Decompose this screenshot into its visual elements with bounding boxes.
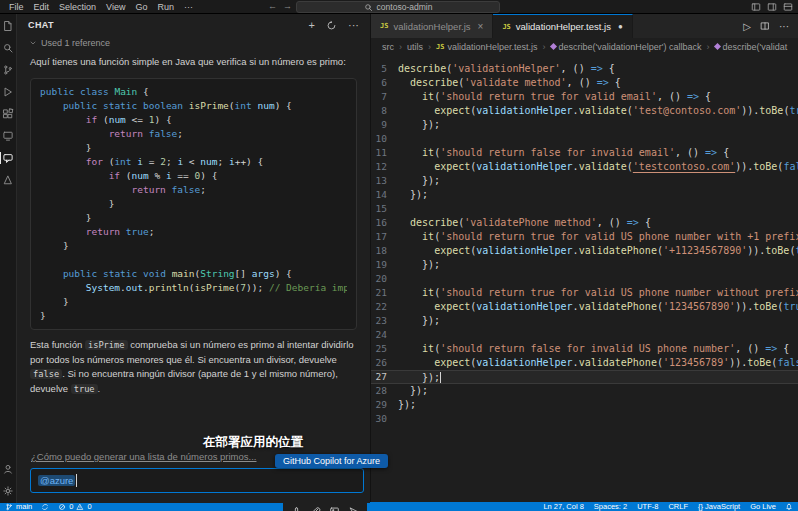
menu-[interactable]: ···	[179, 2, 198, 12]
new-chat-icon[interactable]: +	[309, 19, 315, 31]
editor-code[interactable]: 5describe('validationHelper', () => {6 d…	[371, 55, 798, 426]
search-sidebar-icon[interactable]	[2, 42, 14, 54]
status-item[interactable]: Go Live	[750, 502, 776, 511]
mic-icon[interactable]	[291, 506, 302, 511]
split-editor-icon[interactable]	[760, 21, 770, 31]
breadcrumb-item[interactable]: JSvalidationHelper.test.js	[436, 42, 538, 52]
code-line[interactable]: 19 });	[371, 258, 798, 272]
menu-selection[interactable]: Selection	[54, 2, 101, 12]
code-line[interactable]: 15	[371, 202, 798, 216]
code-line[interactable]: return true;	[40, 225, 347, 239]
code-line[interactable]: 8 expect(validationHelper.validate('test…	[371, 104, 798, 118]
problems-status[interactable]: 0 0	[58, 502, 91, 511]
code-line[interactable]: 26 expect(validationHelper.validatePhone…	[371, 356, 798, 370]
sync-status[interactable]	[41, 503, 49, 511]
code-line[interactable]: 22 expect(validationHelper.validatePhone…	[371, 300, 798, 314]
code-line[interactable]: 13 });	[371, 174, 798, 188]
code-line[interactable]: 28 });	[371, 384, 798, 398]
code-line[interactable]: }	[40, 295, 347, 309]
send-icon[interactable]	[348, 506, 359, 511]
chat-view-icon[interactable]	[2, 152, 14, 164]
branch-status[interactable]: main	[5, 502, 32, 511]
breadcrumb-item[interactable]: describe('validat	[715, 42, 788, 52]
code-line[interactable]: System.out.println(isPrime(7)); // Deber…	[40, 281, 347, 295]
run-tests-icon[interactable]: ▷	[743, 21, 751, 32]
notifications-bell-icon[interactable]	[785, 503, 793, 511]
tab-validationHelper-js[interactable]: JS validationHelper.js ×	[371, 14, 493, 38]
status-item[interactable]: Ln 27, Col 8	[543, 502, 583, 511]
code-line[interactable]: }	[40, 197, 347, 211]
toggle-secondary-sidebar-icon[interactable]	[767, 2, 777, 12]
code-line[interactable]: if (num % i == 0) {	[40, 169, 347, 183]
code-line[interactable]: 7 it('should return true for valid email…	[371, 90, 798, 104]
settings-gear-icon[interactable]	[2, 485, 14, 497]
editor-more-icon[interactable]: ···	[779, 21, 789, 32]
nav-forward-icon[interactable]: →	[283, 1, 292, 11]
code-line[interactable]: return false;	[40, 183, 347, 197]
code-line[interactable]: 16 describe('validatePhone method', () =…	[371, 216, 798, 230]
code-line[interactable]: return false;	[40, 127, 347, 141]
code-line[interactable]: 9 });	[371, 118, 798, 132]
code-line[interactable]: 12 expect(validationHelper.validate('tes…	[371, 160, 798, 174]
code-line[interactable]: 6 describe('validate method', () => {	[371, 76, 798, 90]
chat-references[interactable]: Used 1 reference	[17, 36, 370, 50]
code-line[interactable]: 20	[371, 272, 798, 286]
breadcrumb-item[interactable]: utils	[407, 42, 423, 52]
code-line[interactable]: 17 it('should return true for valid US p…	[371, 230, 798, 244]
menu-view[interactable]: View	[101, 2, 130, 12]
code-line[interactable]: 11 it('should return false for invalid e…	[371, 146, 798, 160]
code-line[interactable]: public class Main {	[40, 85, 347, 99]
attach-context-icon[interactable]	[310, 506, 321, 511]
chat-history-icon[interactable]	[326, 20, 337, 31]
menu-edit[interactable]: Edit	[29, 2, 55, 12]
tab-validationHelper-test-js[interactable]: JS validationHelper.test.js ●	[493, 14, 632, 38]
code-line[interactable]: }	[40, 141, 347, 155]
status-item[interactable]: CRLF	[668, 502, 688, 511]
explorer-icon[interactable]	[2, 20, 14, 32]
code-line[interactable]: 30	[371, 412, 798, 426]
code-line[interactable]: 14 });	[371, 188, 798, 202]
breadcrumb-item[interactable]: src	[382, 42, 394, 52]
toggle-panel-icon[interactable]	[751, 2, 761, 12]
close-icon[interactable]: ×	[478, 21, 484, 32]
code-line[interactable]: for (int i = 2; i < num; i++) {	[40, 155, 347, 169]
run-debug-icon[interactable]	[2, 86, 14, 98]
chat-input[interactable]: @azure	[30, 468, 364, 493]
code-line[interactable]: 18 expect(validationHelper.validatePhone…	[371, 244, 798, 258]
code-line[interactable]: }	[40, 309, 347, 323]
menu-go[interactable]: Go	[130, 2, 152, 12]
breadcrumb-item[interactable]: describe('validationHelper') callback	[551, 42, 702, 52]
code-line[interactable]: }	[40, 211, 347, 225]
code-line[interactable]	[40, 253, 347, 267]
code-line[interactable]: if (num <= 1) {	[40, 113, 347, 127]
extensions-icon[interactable]	[2, 108, 14, 120]
code-line[interactable]: 23 });	[371, 314, 798, 328]
menu-run[interactable]: Run	[152, 2, 179, 12]
error-icon	[58, 503, 66, 511]
azure-icon[interactable]	[2, 174, 14, 186]
source-control-icon[interactable]	[2, 64, 14, 76]
code-line[interactable]: 24	[371, 328, 798, 342]
status-item[interactable]: Spaces: 2	[594, 502, 627, 511]
image-icon[interactable]	[329, 506, 340, 511]
code-line[interactable]: public static boolean isPrime(int num) {	[40, 99, 347, 113]
azure-mention-chip[interactable]: @azure	[38, 475, 75, 486]
command-center[interactable]: contoso-admin	[296, 1, 500, 13]
code-line[interactable]: }	[40, 239, 347, 253]
modified-dot-icon[interactable]: ●	[618, 22, 623, 31]
code-line[interactable]: 29});	[371, 398, 798, 412]
code-line[interactable]: public static void main(String[] args) {	[40, 267, 347, 281]
remote-explorer-icon[interactable]	[2, 130, 14, 142]
account-icon[interactable]	[2, 463, 14, 475]
code-line[interactable]: 21 it('should return true for valid US p…	[371, 286, 798, 300]
customize-layout-icon[interactable]	[783, 2, 793, 12]
code-line[interactable]: 5describe('validationHelper', () => {	[371, 62, 798, 76]
status-item[interactable]: UTF-8	[637, 502, 658, 511]
status-item[interactable]: {} JavaScript	[698, 502, 740, 511]
menu-file[interactable]: File	[4, 2, 29, 12]
code-line[interactable]: 25 it('should return false for invalid U…	[371, 342, 798, 356]
chat-more-icon[interactable]: ···	[348, 19, 359, 31]
code-line[interactable]: 10	[371, 132, 798, 146]
code-line[interactable]: 27 });	[371, 370, 798, 384]
nav-back-icon[interactable]: ←	[268, 1, 277, 11]
